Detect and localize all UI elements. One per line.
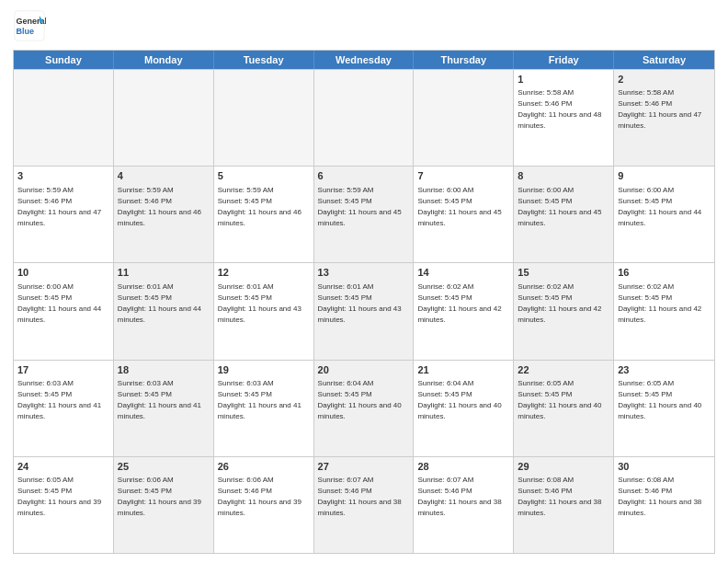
cell-3-2: 19Sunrise: 6:03 AMSunset: 5:45 PMDayligh… — [214, 361, 314, 456]
sunset: Sunset: 5:45 PM — [118, 487, 172, 495]
day-number: 17 — [17, 363, 109, 377]
week-row-3: 17Sunrise: 6:03 AMSunset: 5:45 PMDayligh… — [14, 360, 714, 456]
sunset: Sunset: 5:46 PM — [518, 487, 572, 495]
sunrise: Sunrise: 6:05 AM — [518, 379, 574, 387]
sunset: Sunset: 5:45 PM — [218, 293, 272, 302]
day-number: 15 — [518, 266, 609, 280]
sunrise: Sunrise: 6:03 AM — [218, 379, 274, 387]
cell-2-2: 12Sunrise: 6:01 AMSunset: 5:45 PMDayligh… — [214, 263, 314, 359]
sunset: Sunset: 5:45 PM — [17, 390, 72, 398]
day-number: 18 — [118, 363, 210, 377]
sunset: Sunset: 5:45 PM — [518, 197, 572, 205]
sunrise: Sunrise: 6:02 AM — [518, 282, 574, 291]
sunrise: Sunrise: 6:06 AM — [118, 476, 174, 484]
svg-text:Blue: Blue — [17, 27, 35, 36]
sunrise: Sunrise: 6:04 AM — [318, 379, 374, 387]
sunset: Sunset: 5:45 PM — [318, 293, 372, 302]
sunset: Sunset: 5:45 PM — [118, 293, 172, 302]
col-saturday: Saturday — [614, 51, 714, 69]
cell-4-4: 28Sunrise: 6:07 AMSunset: 5:46 PMDayligh… — [414, 457, 514, 553]
sunrise: Sunrise: 5:59 AM — [318, 186, 374, 194]
day-number: 20 — [318, 363, 410, 377]
daylight: Daylight: 11 hours and 44 minutes. — [118, 304, 201, 324]
sunset: Sunset: 5:45 PM — [417, 197, 472, 205]
daylight: Daylight: 11 hours and 42 minutes. — [518, 304, 601, 324]
daylight: Daylight: 11 hours and 39 minutes. — [218, 498, 301, 517]
cell-0-2 — [214, 70, 314, 166]
sunrise: Sunrise: 6:00 AM — [618, 186, 674, 194]
sunrise: Sunrise: 6:07 AM — [318, 476, 374, 484]
day-number: 13 — [318, 266, 410, 280]
sunset: Sunset: 5:46 PM — [618, 99, 672, 108]
day-number: 3 — [17, 169, 109, 183]
daylight: Daylight: 11 hours and 40 minutes. — [518, 401, 601, 420]
day-number: 9 — [618, 169, 711, 183]
week-row-4: 24Sunrise: 6:05 AMSunset: 5:45 PMDayligh… — [14, 456, 714, 553]
sunset: Sunset: 5:45 PM — [17, 293, 72, 302]
cell-2-6: 16Sunrise: 6:02 AMSunset: 5:45 PMDayligh… — [614, 263, 714, 359]
day-number: 11 — [118, 266, 210, 280]
cell-4-1: 25Sunrise: 6:06 AMSunset: 5:45 PMDayligh… — [114, 457, 214, 553]
day-number: 23 — [618, 363, 711, 377]
cell-0-3 — [314, 70, 415, 166]
calendar: Sunday Monday Tuesday Wednesday Thursday… — [13, 50, 715, 554]
daylight: Daylight: 11 hours and 38 minutes. — [417, 498, 501, 517]
sunrise: Sunrise: 5:58 AM — [518, 88, 574, 97]
cell-1-4: 7Sunrise: 6:00 AMSunset: 5:45 PMDaylight… — [414, 167, 514, 262]
daylight: Daylight: 11 hours and 44 minutes. — [618, 208, 701, 227]
sunrise: Sunrise: 6:05 AM — [17, 476, 74, 484]
sunset: Sunset: 5:45 PM — [218, 197, 272, 205]
week-row-1: 3Sunrise: 5:59 AMSunset: 5:46 PMDaylight… — [14, 166, 714, 262]
cell-3-5: 22Sunrise: 6:05 AMSunset: 5:45 PMDayligh… — [514, 361, 614, 456]
sunrise: Sunrise: 6:01 AM — [318, 282, 374, 291]
sunset: Sunset: 5:45 PM — [417, 390, 472, 398]
cell-0-0 — [14, 70, 114, 166]
col-monday: Monday — [114, 51, 214, 69]
cell-3-6: 23Sunrise: 6:05 AMSunset: 5:45 PMDayligh… — [614, 361, 714, 456]
sunrise: Sunrise: 5:59 AM — [17, 186, 74, 194]
day-number: 4 — [118, 169, 210, 183]
daylight: Daylight: 11 hours and 42 minutes. — [417, 304, 501, 324]
daylight: Daylight: 11 hours and 39 minutes. — [17, 498, 101, 517]
sunset: Sunset: 5:45 PM — [118, 390, 172, 398]
day-number: 5 — [218, 169, 310, 183]
col-wednesday: Wednesday — [314, 51, 415, 69]
cell-1-2: 5Sunrise: 5:59 AMSunset: 5:45 PMDaylight… — [214, 167, 314, 262]
calendar-header: Sunday Monday Tuesday Wednesday Thursday… — [14, 51, 714, 69]
sunset: Sunset: 5:45 PM — [318, 390, 372, 398]
daylight: Daylight: 11 hours and 48 minutes. — [518, 110, 601, 130]
sunset: Sunset: 5:45 PM — [218, 390, 272, 398]
daylight: Daylight: 11 hours and 40 minutes. — [618, 401, 701, 420]
day-number: 19 — [218, 363, 310, 377]
col-thursday: Thursday — [414, 51, 514, 69]
sunset: Sunset: 5:46 PM — [518, 99, 572, 108]
cell-3-0: 17Sunrise: 6:03 AMSunset: 5:45 PMDayligh… — [14, 361, 114, 456]
day-number: 8 — [518, 169, 609, 183]
daylight: Daylight: 11 hours and 41 minutes. — [17, 401, 101, 420]
day-number: 26 — [218, 460, 310, 474]
sunset: Sunset: 5:46 PM — [318, 487, 372, 495]
day-number: 28 — [417, 460, 509, 474]
sunrise: Sunrise: 6:02 AM — [618, 282, 674, 291]
sunset: Sunset: 5:46 PM — [218, 487, 272, 495]
daylight: Daylight: 11 hours and 44 minutes. — [17, 304, 101, 324]
sunrise: Sunrise: 6:06 AM — [218, 476, 274, 484]
cell-0-6: 2Sunrise: 5:58 AMSunset: 5:46 PMDaylight… — [614, 70, 714, 166]
cell-2-3: 13Sunrise: 6:01 AMSunset: 5:45 PMDayligh… — [314, 263, 415, 359]
sunrise: Sunrise: 5:59 AM — [218, 186, 274, 194]
daylight: Daylight: 11 hours and 47 minutes. — [618, 110, 701, 130]
sunrise: Sunrise: 6:00 AM — [17, 282, 74, 291]
sunset: Sunset: 5:46 PM — [118, 197, 172, 205]
daylight: Daylight: 11 hours and 40 minutes. — [318, 401, 402, 420]
col-sunday: Sunday — [14, 51, 114, 69]
daylight: Daylight: 11 hours and 40 minutes. — [417, 401, 501, 420]
cell-3-4: 21Sunrise: 6:04 AMSunset: 5:45 PMDayligh… — [414, 361, 514, 456]
daylight: Daylight: 11 hours and 46 minutes. — [218, 208, 301, 227]
sunrise: Sunrise: 6:07 AM — [417, 476, 473, 484]
sunrise: Sunrise: 6:05 AM — [618, 379, 674, 387]
cell-1-6: 9Sunrise: 6:00 AMSunset: 5:45 PMDaylight… — [614, 167, 714, 262]
daylight: Daylight: 11 hours and 45 minutes. — [318, 208, 402, 227]
sunrise: Sunrise: 5:59 AM — [118, 186, 174, 194]
sunset: Sunset: 5:45 PM — [518, 293, 572, 302]
sunset: Sunset: 5:46 PM — [17, 197, 72, 205]
